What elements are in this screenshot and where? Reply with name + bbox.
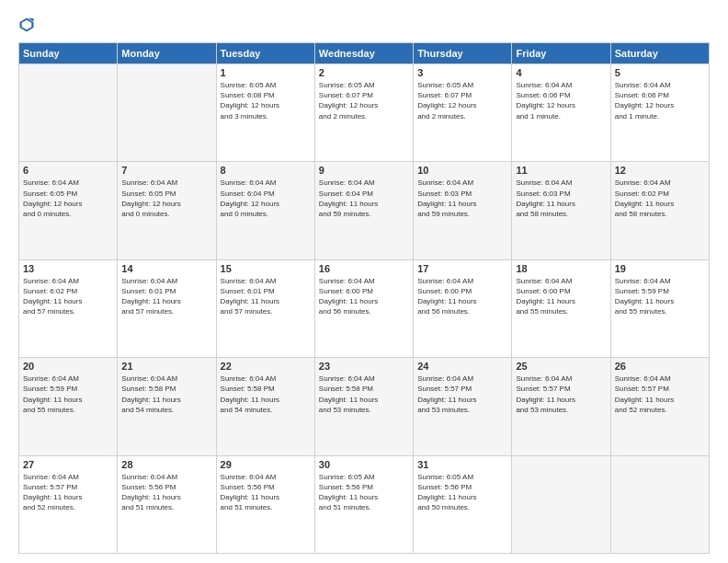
day-number: 7 — [121, 165, 211, 176]
calendar-table: SundayMondayTuesdayWednesdayThursdayFrid… — [18, 42, 710, 554]
calendar-cell: 9Sunrise: 6:04 AM Sunset: 6:04 PM Daylig… — [314, 162, 413, 259]
day-number: 16 — [319, 263, 409, 274]
day-number: 10 — [417, 165, 507, 176]
day-info: Sunrise: 6:04 AM Sunset: 6:04 PM Dayligh… — [221, 178, 311, 219]
day-info: Sunrise: 6:04 AM Sunset: 6:03 PM Dayligh… — [516, 178, 606, 219]
day-number: 12 — [615, 165, 705, 176]
day-info: Sunrise: 6:04 AM Sunset: 6:00 PM Dayligh… — [516, 276, 606, 317]
calendar-week-row: 27Sunrise: 6:04 AM Sunset: 5:57 PM Dayli… — [19, 455, 710, 553]
header — [18, 17, 710, 33]
day-info: Sunrise: 6:04 AM Sunset: 6:01 PM Dayligh… — [121, 276, 211, 317]
day-number: 24 — [417, 361, 507, 372]
day-info: Sunrise: 6:04 AM Sunset: 5:58 PM Dayligh… — [319, 373, 409, 415]
weekday-header: Sunday — [19, 43, 118, 64]
day-info: Sunrise: 6:04 AM Sunset: 6:02 PM Dayligh… — [23, 276, 113, 317]
day-info: Sunrise: 6:05 AM Sunset: 6:07 PM Dayligh… — [417, 80, 507, 121]
logo — [18, 17, 37, 33]
calendar-cell: 4Sunrise: 6:04 AM Sunset: 6:06 PM Daylig… — [512, 64, 610, 162]
calendar-cell: 24Sunrise: 6:04 AM Sunset: 5:57 PM Dayli… — [414, 358, 512, 455]
calendar-cell: 10Sunrise: 6:04 AM Sunset: 6:03 PM Dayli… — [414, 162, 512, 259]
calendar-week-row: 6Sunrise: 6:04 AM Sunset: 6:05 PM Daylig… — [19, 162, 710, 259]
day-number: 28 — [121, 459, 211, 470]
day-number: 4 — [516, 67, 606, 78]
weekday-header: Saturday — [610, 43, 709, 64]
day-info: Sunrise: 6:05 AM Sunset: 6:07 PM Dayligh… — [319, 80, 409, 121]
calendar-cell: 1Sunrise: 6:05 AM Sunset: 6:08 PM Daylig… — [216, 64, 314, 162]
calendar-cell — [512, 455, 610, 553]
calendar-cell: 13Sunrise: 6:04 AM Sunset: 6:02 PM Dayli… — [19, 259, 118, 357]
day-number: 23 — [319, 361, 409, 372]
calendar-cell: 22Sunrise: 6:04 AM Sunset: 5:58 PM Dayli… — [216, 358, 314, 455]
weekday-header: Wednesday — [314, 43, 413, 64]
calendar-cell: 25Sunrise: 6:04 AM Sunset: 5:57 PM Dayli… — [512, 358, 610, 455]
day-info: Sunrise: 6:04 AM Sunset: 5:57 PM Dayligh… — [615, 373, 705, 415]
day-number: 27 — [23, 459, 113, 470]
calendar-cell: 12Sunrise: 6:04 AM Sunset: 6:02 PM Dayli… — [610, 162, 709, 259]
day-number: 6 — [23, 165, 113, 176]
weekday-header: Friday — [512, 43, 610, 64]
day-info: Sunrise: 6:04 AM Sunset: 6:06 PM Dayligh… — [516, 80, 606, 121]
day-info: Sunrise: 6:04 AM Sunset: 6:02 PM Dayligh… — [615, 178, 705, 219]
day-info: Sunrise: 6:04 AM Sunset: 5:59 PM Dayligh… — [615, 276, 705, 317]
day-info: Sunrise: 6:04 AM Sunset: 5:58 PM Dayligh… — [121, 373, 211, 415]
calendar-cell: 11Sunrise: 6:04 AM Sunset: 6:03 PM Dayli… — [512, 162, 610, 259]
weekday-header: Monday — [118, 43, 216, 64]
day-number: 31 — [417, 459, 507, 470]
calendar-week-row: 13Sunrise: 6:04 AM Sunset: 6:02 PM Dayli… — [19, 259, 710, 357]
calendar-header-row: SundayMondayTuesdayWednesdayThursdayFrid… — [19, 43, 710, 64]
day-info: Sunrise: 6:04 AM Sunset: 6:00 PM Dayligh… — [417, 276, 507, 317]
day-info: Sunrise: 6:04 AM Sunset: 6:04 PM Dayligh… — [319, 178, 409, 219]
day-number: 22 — [221, 361, 311, 372]
calendar-cell: 2Sunrise: 6:05 AM Sunset: 6:07 PM Daylig… — [314, 64, 413, 162]
day-number: 9 — [319, 165, 409, 176]
day-info: Sunrise: 6:04 AM Sunset: 5:56 PM Dayligh… — [121, 472, 211, 513]
day-number: 26 — [615, 361, 705, 372]
calendar-cell — [118, 64, 216, 162]
calendar-cell: 29Sunrise: 6:04 AM Sunset: 5:56 PM Dayli… — [216, 455, 314, 553]
day-info: Sunrise: 6:04 AM Sunset: 5:57 PM Dayligh… — [23, 472, 113, 513]
day-info: Sunrise: 6:04 AM Sunset: 6:00 PM Dayligh… — [319, 276, 409, 317]
day-info: Sunrise: 6:04 AM Sunset: 6:01 PM Dayligh… — [221, 276, 311, 317]
generalblue-icon — [18, 17, 35, 33]
calendar-cell: 28Sunrise: 6:04 AM Sunset: 5:56 PM Dayli… — [118, 455, 216, 553]
day-info: Sunrise: 6:05 AM Sunset: 6:08 PM Dayligh… — [221, 80, 311, 121]
day-info: Sunrise: 6:04 AM Sunset: 5:56 PM Dayligh… — [221, 472, 311, 513]
day-info: Sunrise: 6:04 AM Sunset: 5:57 PM Dayligh… — [516, 373, 606, 415]
day-number: 17 — [417, 263, 507, 274]
day-number: 29 — [221, 459, 311, 470]
day-info: Sunrise: 6:04 AM Sunset: 5:57 PM Dayligh… — [417, 373, 507, 415]
day-number: 13 — [23, 263, 113, 274]
weekday-header: Thursday — [414, 43, 512, 64]
calendar-cell: 31Sunrise: 6:05 AM Sunset: 5:56 PM Dayli… — [414, 455, 512, 553]
page: SundayMondayTuesdayWednesdayThursdayFrid… — [0, 0, 728, 563]
calendar-cell: 6Sunrise: 6:04 AM Sunset: 6:05 PM Daylig… — [19, 162, 118, 259]
day-info: Sunrise: 6:04 AM Sunset: 6:05 PM Dayligh… — [121, 178, 211, 219]
calendar-week-row: 1Sunrise: 6:05 AM Sunset: 6:08 PM Daylig… — [19, 64, 710, 162]
day-number: 11 — [516, 165, 606, 176]
weekday-header: Tuesday — [216, 43, 314, 64]
day-number: 25 — [516, 361, 606, 372]
day-number: 18 — [516, 263, 606, 274]
day-info: Sunrise: 6:04 AM Sunset: 5:58 PM Dayligh… — [221, 373, 311, 415]
day-number: 21 — [121, 361, 211, 372]
calendar-cell: 3Sunrise: 6:05 AM Sunset: 6:07 PM Daylig… — [414, 64, 512, 162]
calendar-cell: 20Sunrise: 6:04 AM Sunset: 5:59 PM Dayli… — [19, 358, 118, 455]
day-number: 30 — [319, 459, 409, 470]
calendar-week-row: 20Sunrise: 6:04 AM Sunset: 5:59 PM Dayli… — [19, 358, 710, 455]
day-info: Sunrise: 6:05 AM Sunset: 5:56 PM Dayligh… — [319, 472, 409, 513]
calendar-cell: 18Sunrise: 6:04 AM Sunset: 6:00 PM Dayli… — [512, 259, 610, 357]
calendar-cell: 30Sunrise: 6:05 AM Sunset: 5:56 PM Dayli… — [314, 455, 413, 553]
day-number: 5 — [615, 67, 705, 78]
calendar-cell: 7Sunrise: 6:04 AM Sunset: 6:05 PM Daylig… — [118, 162, 216, 259]
day-info: Sunrise: 6:05 AM Sunset: 5:56 PM Dayligh… — [417, 472, 507, 513]
calendar-cell: 26Sunrise: 6:04 AM Sunset: 5:57 PM Dayli… — [610, 358, 709, 455]
calendar-cell — [19, 64, 118, 162]
calendar-cell: 16Sunrise: 6:04 AM Sunset: 6:00 PM Dayli… — [314, 259, 413, 357]
calendar-cell: 23Sunrise: 6:04 AM Sunset: 5:58 PM Dayli… — [314, 358, 413, 455]
day-number: 19 — [615, 263, 705, 274]
calendar-cell: 15Sunrise: 6:04 AM Sunset: 6:01 PM Dayli… — [216, 259, 314, 357]
calendar-cell: 14Sunrise: 6:04 AM Sunset: 6:01 PM Dayli… — [118, 259, 216, 357]
day-info: Sunrise: 6:04 AM Sunset: 6:06 PM Dayligh… — [615, 80, 705, 121]
calendar-cell: 5Sunrise: 6:04 AM Sunset: 6:06 PM Daylig… — [610, 64, 709, 162]
calendar-cell: 17Sunrise: 6:04 AM Sunset: 6:00 PM Dayli… — [414, 259, 512, 357]
